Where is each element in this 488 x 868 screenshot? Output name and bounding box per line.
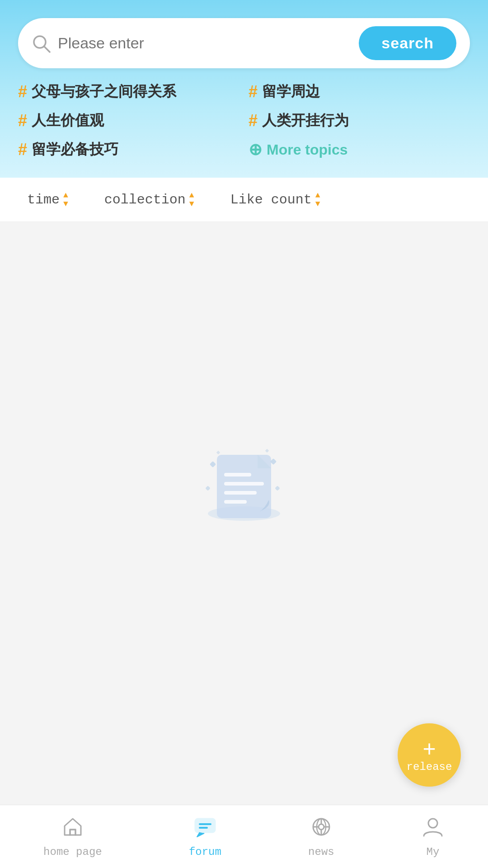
sort-collection-arrows: ▲ ▼	[189, 191, 194, 208]
topic-label-1: 父母与孩子之间得关系	[32, 82, 176, 102]
topic-hash-2: #	[249, 82, 258, 101]
sort-collection-label: collection	[104, 192, 186, 208]
topic-item-2[interactable]: # 留学周边	[249, 82, 470, 102]
svg-rect-7	[224, 500, 247, 504]
topic-item-4[interactable]: # 人类开挂行为	[249, 111, 470, 131]
svg-rect-11	[275, 486, 280, 491]
svg-rect-6	[224, 491, 257, 495]
svg-rect-8	[210, 461, 216, 467]
topic-label-5: 留学必备技巧	[32, 140, 118, 160]
my-icon	[421, 815, 445, 842]
topic-hash-more: ⊕	[249, 140, 262, 159]
svg-line-1	[44, 47, 50, 52]
sort-time-arrows: ▲ ▼	[63, 191, 68, 208]
topic-label-4: 人类开挂行为	[262, 111, 349, 131]
sort-like-label: Like count	[230, 192, 312, 208]
search-input[interactable]	[58, 34, 359, 52]
svg-point-19	[319, 824, 324, 830]
search-bar: search	[18, 18, 470, 68]
svg-rect-15	[195, 819, 215, 832]
header-area: search # 父母与孩子之间得关系 # 留学周边 # 人生价值观 # 人类开…	[0, 0, 488, 178]
nav-home[interactable]: home page	[30, 811, 116, 863]
nav-home-label: home page	[43, 846, 102, 858]
topic-hash-3: #	[18, 111, 27, 130]
nav-forum[interactable]: forum	[175, 811, 235, 863]
topic-item-1[interactable]: # 父母与孩子之间得关系	[18, 82, 239, 102]
svg-rect-4	[224, 473, 251, 476]
topics-grid: # 父母与孩子之间得关系 # 留学周边 # 人生价值观 # 人类开挂行为 # 留…	[18, 82, 470, 160]
fab-plus-icon: +	[422, 737, 436, 760]
svg-rect-17	[199, 827, 208, 829]
topic-item-more[interactable]: ⊕ More topics	[249, 140, 470, 160]
topic-label-3: 人生价值观	[32, 111, 104, 131]
empty-illustration	[190, 437, 298, 527]
search-icon	[32, 34, 51, 53]
sort-collection[interactable]: collection ▲ ▼	[104, 191, 194, 208]
nav-news-label: news	[308, 846, 334, 858]
empty-state	[0, 222, 488, 805]
topic-hash-1: #	[18, 82, 27, 101]
nav-forum-label: forum	[189, 846, 221, 858]
forum-icon	[193, 815, 217, 842]
nav-my-label: My	[427, 846, 440, 858]
topic-label-more: More topics	[267, 142, 348, 158]
home-icon	[61, 815, 84, 842]
svg-rect-14	[70, 830, 75, 835]
sort-time[interactable]: time ▲ ▼	[27, 191, 68, 208]
svg-point-25	[428, 819, 437, 828]
sort-time-label: time	[27, 192, 60, 208]
search-button[interactable]: search	[359, 26, 456, 60]
main-content: time ▲ ▼ collection ▲ ▼ Like count ▲ ▼	[0, 178, 488, 805]
svg-rect-13	[265, 448, 269, 452]
topic-hash-5: #	[18, 140, 27, 159]
release-fab[interactable]: + release	[398, 723, 461, 787]
sort-like-arrows: ▲ ▼	[315, 191, 320, 208]
topic-hash-4: #	[249, 111, 258, 130]
svg-rect-16	[199, 823, 211, 825]
svg-rect-5	[224, 482, 264, 486]
bottom-navigation: home page forum news	[0, 805, 488, 868]
svg-rect-12	[216, 450, 220, 454]
sort-bar: time ▲ ▼ collection ▲ ▼ Like count ▲ ▼	[0, 178, 488, 222]
topic-item-5[interactable]: # 留学必备技巧	[18, 140, 239, 160]
topic-label-2: 留学周边	[262, 82, 320, 102]
nav-my[interactable]: My	[408, 811, 458, 863]
svg-rect-10	[205, 486, 210, 491]
news-icon	[310, 815, 333, 842]
sort-like[interactable]: Like count ▲ ▼	[230, 191, 320, 208]
nav-news[interactable]: news	[295, 811, 348, 863]
topic-item-3[interactable]: # 人生价值观	[18, 111, 239, 131]
fab-label: release	[407, 761, 452, 773]
svg-rect-9	[270, 458, 277, 464]
